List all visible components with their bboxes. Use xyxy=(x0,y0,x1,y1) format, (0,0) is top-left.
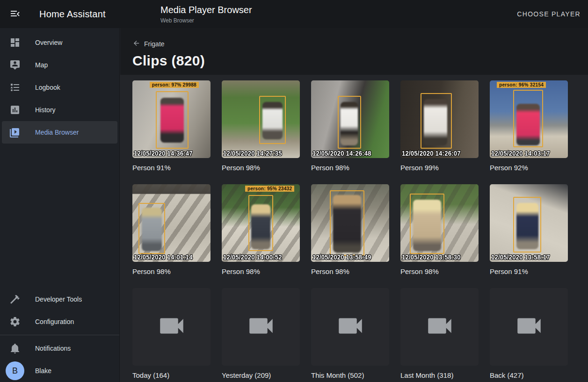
clip-thumbnail: 12/05/2020 14:01:14 xyxy=(132,184,211,262)
choose-player-button[interactable]: CHOOSE PLAYER xyxy=(517,0,581,28)
sidebar-item-notifications[interactable]: Notifications xyxy=(0,337,119,360)
sidebar-item-label: Configuration xyxy=(35,318,74,325)
page-heading: Media Player Browser Web Browser xyxy=(160,4,252,24)
clip-label: Person 92% xyxy=(490,163,568,173)
menu-open-icon xyxy=(9,8,21,21)
folder-label: Today (164) xyxy=(132,371,211,380)
timestamp-overlay: 12/05/2020 13:58:49 xyxy=(312,253,371,261)
folder-label: Back (427) xyxy=(490,371,568,380)
detection-box xyxy=(421,93,452,149)
clip-card[interactable]: 12/05/2020 13:58:17 Person 91% xyxy=(490,184,568,276)
view-dashboard-icon xyxy=(9,37,21,48)
clip-label: Person 98% xyxy=(222,267,300,276)
clip-label: Person 98% xyxy=(222,163,300,173)
detection-box xyxy=(138,203,165,254)
sidebar-item-developer-tools[interactable]: Developer Tools xyxy=(0,288,119,310)
clip-thumbnail: 12/05/2020 13:58:49 xyxy=(311,184,389,262)
clip-card[interactable]: person: 95% 23432 12/05/2020 14:00:52 Pe… xyxy=(222,184,300,276)
sidebar-toggle-button[interactable] xyxy=(4,3,26,25)
clip-card[interactable]: person: 96% 32154 12/05/2020 14:03:17 Pe… xyxy=(490,80,568,173)
hammer-icon xyxy=(9,294,21,305)
timestamp-overlay: 12/05/2020 14:03:17 xyxy=(491,150,550,157)
clip-thumbnail: 12/05/2020 13:58:17 xyxy=(490,184,568,262)
timestamp-overlay: 12/05/2020 14:26:07 xyxy=(402,150,461,157)
sidebar-item-configuration[interactable]: Configuration xyxy=(0,310,119,333)
clip-label: Person 98% xyxy=(311,163,389,173)
clip-card[interactable]: 12/05/2020 14:01:14 Person 98% xyxy=(132,184,211,276)
breadcrumb-label: Frigate xyxy=(144,40,165,48)
video-icon xyxy=(156,310,187,343)
avatar: B xyxy=(6,361,24,380)
clip-label: Person 91% xyxy=(490,267,568,276)
play-box-multiple-icon xyxy=(9,127,21,138)
folder-label: Last Month (318) xyxy=(400,371,479,380)
timestamp-overlay: 12/05/2020 14:00:52 xyxy=(223,253,282,261)
sidebar-item-overview[interactable]: Overview xyxy=(0,31,119,54)
detection-box xyxy=(259,96,286,144)
clip-thumbnail: person: 97% 29988 12/05/2020 14:36:47 xyxy=(132,80,211,158)
folder-label: This Month (502) xyxy=(311,371,389,380)
sidebar-item-label: Overview xyxy=(35,39,62,46)
clip-thumbnail: 12/05/2020 13:58:30 xyxy=(400,184,479,262)
folder-tile xyxy=(132,288,211,366)
video-icon xyxy=(335,310,366,343)
sidebar-item-history[interactable]: History xyxy=(0,99,119,121)
detection-box xyxy=(338,96,361,149)
timestamp-overlay: 12/05/2020 14:01:14 xyxy=(134,253,193,261)
video-icon xyxy=(424,310,455,343)
folder-card-today[interactable]: Today (164) xyxy=(132,288,211,380)
detection-box xyxy=(410,194,444,254)
sidebar-item-user-profile[interactable]: B Blake xyxy=(0,360,119,382)
folder-card-this-month[interactable]: This Month (502) xyxy=(311,288,389,380)
folder-card-back[interactable]: Back (427) xyxy=(490,288,568,380)
sidebar-item-label: Notifications xyxy=(35,345,71,352)
clip-card[interactable]: 12/05/2020 13:58:49 Person 98% xyxy=(311,184,389,276)
chart-box-icon xyxy=(9,104,21,115)
folder-tile xyxy=(490,288,568,366)
clip-card[interactable]: 12/05/2020 14:26:48 Person 98% xyxy=(311,80,389,173)
sidebar-divider xyxy=(0,335,119,335)
clip-card[interactable]: 12/05/2020 14:27:35 Person 98% xyxy=(222,80,300,173)
media-browser-header: Frigate Clips (820) xyxy=(120,28,588,75)
clip-card[interactable]: 12/05/2020 14:26:07 Person 99% xyxy=(400,80,479,173)
detection-label: person: 95% 23432 xyxy=(245,186,294,192)
sidebar-item-label: Map xyxy=(35,61,48,69)
sidebar-item-media-browser[interactable]: Media Browser xyxy=(2,121,117,144)
clip-label: Person 99% xyxy=(400,163,479,173)
folder-label: Yesterday (209) xyxy=(222,371,300,380)
timestamp-overlay: 12/05/2020 13:58:30 xyxy=(402,253,461,261)
clip-label: Person 98% xyxy=(400,267,479,276)
folder-tile xyxy=(222,288,300,366)
folder-card-yesterday[interactable]: Yesterday (209) xyxy=(222,288,300,380)
detection-box xyxy=(513,197,541,253)
clip-label: Person 91% xyxy=(132,163,211,173)
sidebar-item-label: Developer Tools xyxy=(35,296,82,303)
sidebar-item-map[interactable]: Map xyxy=(0,54,119,76)
media-grid: person: 97% 29988 12/05/2020 14:36:47 Pe… xyxy=(132,80,588,380)
detection-box xyxy=(513,90,543,147)
user-name: Blake xyxy=(35,367,51,375)
sidebar-item-logbook[interactable]: Logbook xyxy=(0,76,119,99)
video-icon xyxy=(514,310,544,343)
media-grid-container: person: 97% 29988 12/05/2020 14:36:47 Pe… xyxy=(120,75,588,382)
folder-tile xyxy=(311,288,389,366)
clip-thumbnail: 12/05/2020 14:26:07 xyxy=(400,80,479,158)
timestamp-overlay: 12/05/2020 14:26:48 xyxy=(312,150,371,157)
clip-thumbnail: person: 96% 32154 12/05/2020 14:03:17 xyxy=(490,80,568,158)
arrow-left-icon xyxy=(132,39,140,49)
folder-tile xyxy=(400,288,479,366)
list-bulleted-icon xyxy=(9,82,21,93)
page-title: Media Player Browser xyxy=(160,4,252,16)
folder-card-last-month[interactable]: Last Month (318) xyxy=(400,288,479,380)
timestamp-overlay: 12/05/2020 13:58:17 xyxy=(491,253,550,261)
sidebar: Overview Map Logbook History Media Brows… xyxy=(0,28,120,382)
clip-card[interactable]: person: 97% 29988 12/05/2020 14:36:47 Pe… xyxy=(132,80,211,173)
timestamp-overlay: 12/05/2020 14:27:35 xyxy=(223,150,282,157)
clip-card[interactable]: 12/05/2020 13:58:30 Person 98% xyxy=(400,184,479,276)
sidebar-item-label: Media Browser xyxy=(35,129,79,136)
gear-icon xyxy=(9,316,21,327)
detection-box xyxy=(156,91,189,149)
breadcrumb-back[interactable]: Frigate xyxy=(132,39,165,49)
detection-box xyxy=(248,195,273,251)
tooltip-account-icon xyxy=(9,59,21,71)
